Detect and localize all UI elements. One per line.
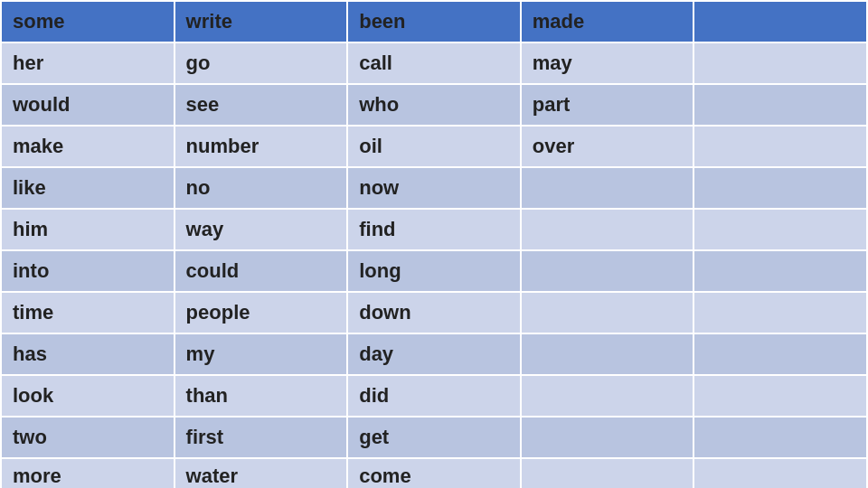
table-cell: long [347,250,521,292]
table-cell: would [1,84,175,126]
table-cell: could [175,250,348,292]
table-cell: write [175,1,348,42]
table-cell [521,292,694,333]
table-cell: into [1,250,175,292]
table-cell [693,209,867,250]
table-cell: part [521,84,694,126]
table-cell [693,292,867,333]
table-cell: some [1,1,175,42]
table-cell: down [347,292,521,333]
table-cell: make [1,126,175,167]
table-cell: may [521,42,694,84]
table-cell: no [175,167,348,209]
table-cell: did [347,375,521,417]
table-cell: him [1,209,175,250]
table-cell: her [1,42,175,84]
table-cell [521,209,694,250]
table-cell: has [1,333,175,375]
table-cell: been [347,1,521,42]
table-cell: oil [347,126,521,167]
table-cell: my [175,333,348,375]
table-cell: see [175,84,348,126]
table-cell [521,250,694,292]
word-table: somewritebeenmadehergocallmaywouldseewho… [0,0,868,488]
table-cell [693,250,867,292]
table-cell [521,375,694,417]
table-cell [693,126,867,167]
table-cell: people [175,292,348,333]
table-cell [693,333,867,375]
table-cell: like [1,167,175,209]
table-cell [521,417,694,458]
table-cell: than [175,375,348,417]
table-cell: call [347,42,521,84]
table-cell: who [347,84,521,126]
table-cell [521,333,694,375]
table-cell [693,1,867,42]
table-cell: number [175,126,348,167]
table-cell: more [1,458,175,488]
table-cell: now [347,167,521,209]
table-cell [693,167,867,209]
table-cell: first [175,417,348,458]
table-cell: made [521,1,694,42]
table-cell: go [175,42,348,84]
table-cell: come [347,458,521,488]
table-cell: time [1,292,175,333]
table-cell: over [521,126,694,167]
table-cell [693,417,867,458]
table-cell: find [347,209,521,250]
table-cell: get [347,417,521,458]
table-cell: way [175,209,348,250]
table-cell [693,458,867,488]
table-cell [693,42,867,84]
table-cell: water [175,458,348,488]
table-cell: day [347,333,521,375]
table-cell [521,167,694,209]
table-cell [693,84,867,126]
table-cell: look [1,375,175,417]
table-cell [693,375,867,417]
table-cell: two [1,417,175,458]
table-cell [521,458,694,488]
